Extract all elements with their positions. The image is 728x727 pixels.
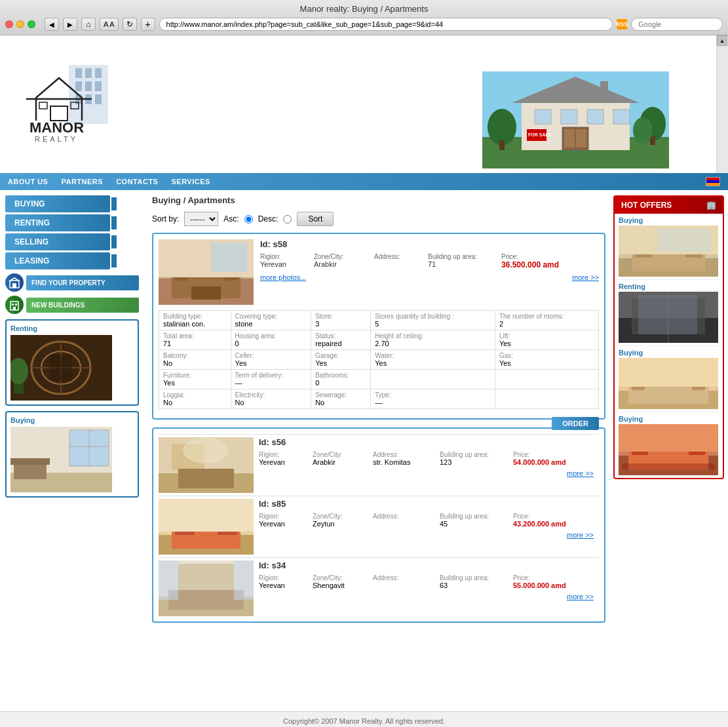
breadcrumb: Buying / Apartments xyxy=(152,195,605,205)
nav-partners[interactable]: PARTNERS xyxy=(61,178,103,186)
svg-point-30 xyxy=(488,109,516,146)
svg-rect-23 xyxy=(587,109,603,124)
svg-rect-38 xyxy=(12,304,14,305)
asc-radio[interactable] xyxy=(244,215,253,224)
scrollbar[interactable]: ▲ xyxy=(716,35,728,173)
browser-controls: ◀ ▶ ⌂ A A ↻ + RSS xyxy=(5,18,723,31)
find-property-btn[interactable]: FIND YOUR PROPERTY xyxy=(5,273,139,292)
svg-rect-9 xyxy=(95,94,102,104)
order-button[interactable]: ORDER xyxy=(552,417,599,430)
staircase-img xyxy=(10,335,112,401)
listing-card-1: Id: s58 Rigion:Yerevan Zone/City:Arabkir… xyxy=(152,233,605,420)
listing-info-4: Id: s34 Rigion:Yerevan Zone/City:Shengav… xyxy=(254,560,599,616)
listing-id-2: Id: s56 xyxy=(259,437,594,447)
hot-offers-container: HOT OFFERS 🏢 Buying xyxy=(613,190,728,711)
more-link-4[interactable]: more >> xyxy=(567,593,594,600)
more-link-3[interactable]: more >> xyxy=(567,531,594,539)
apt2-img xyxy=(159,437,254,493)
svg-rect-54 xyxy=(14,463,47,479)
sidebar-selling[interactable]: SELLING xyxy=(5,233,139,250)
header: MANOR REALTY xyxy=(0,35,728,173)
sidebar-buying-label: Buying xyxy=(10,416,134,424)
desc-radio[interactable] xyxy=(283,215,292,224)
leasing-button[interactable]: LEASING xyxy=(5,252,110,269)
hot-item-2: Renting xyxy=(615,279,723,345)
more-link-2[interactable]: more >> xyxy=(567,469,594,477)
new-buildings-label[interactable]: NEW BUILDINGS xyxy=(26,298,139,313)
search-input[interactable] xyxy=(631,18,723,31)
nav-services[interactable]: SERVICES xyxy=(171,178,210,186)
home-button[interactable]: ⌂ xyxy=(81,18,96,31)
buying-indicator xyxy=(111,197,117,210)
svg-rect-63 xyxy=(211,243,247,272)
logo-area: MANOR REALTY xyxy=(0,35,144,173)
new-buildings-btn[interactable]: NEW BUILDINGS xyxy=(5,296,139,314)
find-property-label[interactable]: FIND YOUR PROPERTY xyxy=(26,275,139,290)
browser-title: Manor realty: Buying / Apartments xyxy=(5,4,723,18)
flag-icon xyxy=(706,177,720,186)
svg-rect-4 xyxy=(75,81,82,91)
sort-select[interactable]: ------ xyxy=(184,212,218,226)
building-icon xyxy=(9,277,20,288)
scroll-up[interactable]: ▲ xyxy=(717,35,727,46)
traffic-lights xyxy=(5,20,35,28)
svg-rect-39 xyxy=(15,304,17,305)
hot-offers-header: HOT OFFERS 🏢 xyxy=(615,197,723,214)
find-icon xyxy=(5,273,24,292)
footer: Copyright© 2007 Manor Realty. All rights… xyxy=(0,711,728,727)
hot-item-3: Buying xyxy=(615,345,723,412)
more-link-1[interactable]: more >> xyxy=(572,273,599,281)
svg-rect-40 xyxy=(13,307,16,310)
nav-about[interactable]: ABOUT US xyxy=(8,178,48,186)
close-button[interactable] xyxy=(5,20,13,28)
hot-item-2-label[interactable]: Renting xyxy=(619,283,719,290)
svg-rect-22 xyxy=(561,109,577,124)
listing-fields-3: Rigion:Yerevan Zone/City:Zeytun Address:… xyxy=(259,513,594,528)
content-area: BUYING RENTING SELLING LEASING xyxy=(0,190,728,711)
svg-rect-2 xyxy=(85,68,92,78)
listing-card-234: Id: s56 Rigion:Yerevan Zone/City:Arabkir… xyxy=(152,427,605,623)
more-photos-link[interactable]: more photos... xyxy=(260,273,306,281)
minimize-button[interactable] xyxy=(16,20,24,28)
apt1-img xyxy=(159,239,254,305)
svg-text:FOR SALE: FOR SALE xyxy=(528,132,552,137)
svg-rect-67 xyxy=(178,469,234,488)
svg-rect-26 xyxy=(564,129,575,147)
forward-button[interactable]: ▶ xyxy=(63,18,77,31)
hot-item-3-label[interactable]: Buying xyxy=(619,349,719,357)
flag-area xyxy=(706,177,720,186)
text-size-button[interactable]: A A xyxy=(100,18,119,31)
sidebar-buying-thumb xyxy=(10,427,112,492)
field-area-label: Building up area:71 xyxy=(428,253,500,269)
house-illustration: FOR SALE xyxy=(482,71,669,168)
hot-item-1-label[interactable]: Buying xyxy=(619,216,719,224)
sidebar-buying[interactable]: BUYING xyxy=(5,195,139,212)
selling-button[interactable]: SELLING xyxy=(5,233,110,250)
renting-button[interactable]: RENTING xyxy=(5,214,110,231)
svg-rect-46 xyxy=(50,355,72,381)
page-wrapper: MANOR REALTY xyxy=(0,35,728,727)
hot-img-1 xyxy=(619,226,718,277)
svg-text:MANOR: MANOR xyxy=(29,119,84,136)
svg-rect-11 xyxy=(50,106,67,121)
hot-item-4: Buying xyxy=(615,412,723,478)
hot-thumb-3 xyxy=(619,358,718,409)
maximize-button[interactable] xyxy=(28,20,35,28)
sidebar-renting[interactable]: RENTING xyxy=(5,214,139,231)
sort-button[interactable]: Sort xyxy=(297,212,334,226)
back-button[interactable]: ◀ xyxy=(45,18,59,31)
listing-thumb-3 xyxy=(159,499,254,555)
hot-item-4-label[interactable]: Buying xyxy=(619,415,719,423)
svg-rect-27 xyxy=(576,129,586,147)
desc-label: Desc: xyxy=(258,214,278,224)
sidebar-buying-listing: Buying xyxy=(5,411,139,498)
buying-button[interactable]: BUYING xyxy=(5,195,110,212)
svg-rect-105 xyxy=(619,424,718,452)
svg-point-68 xyxy=(183,437,229,463)
refresh-button[interactable]: ↻ xyxy=(123,18,137,31)
new-tab-button[interactable]: + xyxy=(141,18,155,31)
url-bar[interactable] xyxy=(159,18,613,31)
listing-thumb-2 xyxy=(159,437,254,493)
sidebar-leasing[interactable]: LEASING xyxy=(5,252,139,269)
nav-contacts[interactable]: CONTACTS xyxy=(116,178,158,186)
